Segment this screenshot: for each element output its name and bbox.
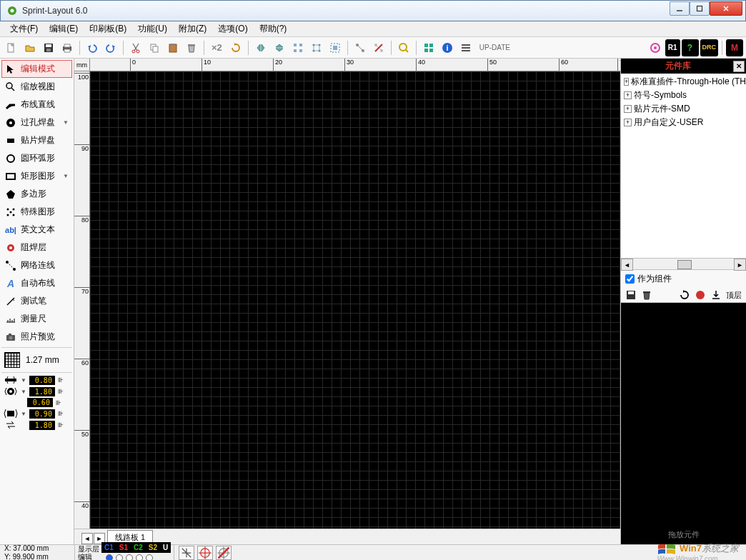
tool-track[interactable]: 布线直线	[1, 96, 72, 114]
mirror-v-button[interactable]	[271, 39, 288, 56]
connections-button[interactable]	[352, 39, 369, 56]
macro-button[interactable]: M	[726, 39, 743, 56]
minimize-button[interactable]	[670, 1, 690, 16]
tool-special[interactable]: 特殊图形	[1, 203, 72, 221]
tool-circle[interactable]: 圆环弧形	[1, 149, 72, 167]
board-list-button[interactable]	[457, 39, 474, 56]
scroll-left[interactable]: ◄	[621, 259, 633, 271]
cut-button[interactable]	[127, 39, 144, 56]
zoom-full-button[interactable]	[395, 39, 412, 56]
copy-button[interactable]	[146, 39, 163, 56]
ground-button[interactable]	[179, 546, 194, 560]
tab-prev[interactable]: ◄	[81, 533, 93, 544]
download-icon[interactable]	[710, 289, 722, 301]
tool-photo[interactable]: 照片预览	[1, 328, 72, 346]
svg-rect-33	[424, 44, 428, 47]
pcb-canvas[interactable]	[90, 71, 620, 529]
update-button[interactable]: UP-DATE	[476, 39, 514, 56]
menu-help[interactable]: 帮助(?)	[254, 21, 293, 36]
delete-macro-icon[interactable]	[641, 289, 652, 301]
tool-rect[interactable]: 矩形图形▼	[1, 167, 72, 185]
scroll-right[interactable]: ►	[734, 259, 746, 271]
tree-item[interactable]: +标准直插件-Through-Hole (TH)	[622, 75, 745, 89]
svg-rect-66	[628, 291, 634, 294]
svg-point-12	[136, 50, 139, 53]
save-button[interactable]	[40, 39, 57, 56]
tool-pad[interactable]: 过孔焊盘▼	[1, 114, 72, 131]
param-pad-outer[interactable]: ▼ 1.80 ⊪	[1, 386, 72, 397]
redo-button[interactable]	[102, 39, 119, 56]
component-toolbar: 顶层	[621, 288, 746, 303]
panel-close-button[interactable]: ✕	[733, 61, 745, 72]
scroll-thumb[interactable]	[677, 260, 692, 269]
no-origin-button[interactable]	[216, 546, 232, 560]
close-button[interactable]	[710, 1, 742, 16]
print-button[interactable]	[59, 39, 76, 56]
param-smd-w[interactable]: ▼ 0.90 ⊪	[1, 408, 72, 419]
group-button[interactable]	[327, 39, 344, 56]
maximize-button[interactable]	[690, 1, 710, 16]
tool-edit-mode[interactable]: 编辑模式	[1, 60, 72, 78]
remove-connections-button[interactable]	[370, 39, 387, 56]
expand-icon[interactable]: +	[624, 91, 632, 99]
statusbar: X: 37.000 mm Y: 99.900 mm 显示层 编辑 C1 S1 C…	[0, 544, 746, 560]
tree-item[interactable]: +贴片元件-SMD	[622, 102, 745, 116]
record-icon[interactable]	[695, 289, 706, 301]
align-button[interactable]	[289, 39, 307, 56]
help-badge[interactable]: ?	[682, 39, 699, 56]
save-macro-icon[interactable]	[625, 289, 637, 301]
tool-mask[interactable]: 阻焊层	[1, 239, 72, 256]
tool-polygon[interactable]: 多边形	[1, 185, 72, 203]
tool-smd[interactable]: 贴片焊盘	[1, 131, 72, 149]
tree-item[interactable]: +用户自定义-USER	[622, 116, 745, 129]
as-component-checkbox[interactable]	[625, 274, 635, 284]
component-tree[interactable]: +标准直插件-Through-Hole (TH) +符号-Symbols +贴片…	[621, 74, 746, 258]
param-track-width[interactable]: ▼ 0.80 ⊪	[1, 374, 72, 386]
tool-net[interactable]: 网络连线	[1, 256, 72, 274]
ruler-horizontal: 0 10 20 30 40 50 60 70	[90, 59, 620, 71]
param-smd-h[interactable]: ▼ 1.80 ⊪	[1, 419, 72, 431]
expand-icon[interactable]: +	[624, 78, 629, 86]
delete-button[interactable]	[183, 39, 200, 56]
menu-extra[interactable]: 附加(Z)	[173, 21, 212, 36]
component-preview[interactable]: 拖放元件	[621, 303, 746, 544]
snap-button[interactable]	[308, 39, 325, 56]
layer-label[interactable]: 顶层	[726, 290, 742, 301]
menu-function[interactable]: 功能(U)	[132, 21, 173, 36]
layer-radios[interactable]	[101, 553, 171, 560]
param-pad-inner[interactable]: ▼ 0.60 ⊪	[1, 397, 72, 408]
rotate-button[interactable]	[227, 39, 244, 56]
new-button[interactable]	[3, 39, 20, 56]
menu-board[interactable]: 印刷板(B)	[84, 21, 132, 36]
r1-badge[interactable]: R1	[665, 39, 680, 56]
menu-edit[interactable]: 编辑(E)	[44, 21, 84, 36]
tool-text[interactable]: ab|英文文本	[1, 221, 72, 239]
as-component-option[interactable]: 作为组件	[621, 270, 746, 288]
grid-setting[interactable]: 1.27 mm	[1, 349, 72, 371]
tool-measure[interactable]: 测量尺	[1, 310, 72, 328]
tool-test[interactable]: 测试笔	[1, 292, 72, 310]
expand-icon[interactable]: +	[624, 119, 632, 126]
info-button[interactable]: i	[439, 39, 456, 56]
tool-autoroute[interactable]: A自动布线	[1, 274, 72, 292]
paste-button[interactable]	[164, 39, 181, 56]
undo-button[interactable]	[84, 39, 101, 56]
drc-badge[interactable]: DRC	[700, 39, 719, 56]
svg-rect-18	[294, 44, 297, 46]
layer-chips[interactable]: C1 S1 C2 S2 U	[101, 542, 171, 553]
refresh-icon[interactable]	[679, 289, 690, 301]
menu-options[interactable]: 选项(O)	[212, 21, 253, 36]
expand-icon[interactable]: +	[624, 105, 632, 113]
duplicate-button[interactable]: ×2	[208, 39, 226, 56]
origin-button[interactable]	[197, 546, 213, 560]
tool-zoom[interactable]: 缩放视图	[1, 78, 72, 96]
tree-item[interactable]: +符号-Symbols	[622, 89, 745, 102]
menu-file[interactable]: 文件(F)	[4, 21, 44, 36]
open-button[interactable]	[21, 39, 39, 56]
repaint-button[interactable]	[420, 39, 437, 56]
target-button[interactable]	[647, 39, 664, 56]
svg-rect-27	[333, 46, 337, 50]
tree-scrollbar[interactable]: ◄ ►	[621, 258, 746, 270]
svg-rect-21	[299, 49, 302, 52]
mirror-h-button[interactable]	[252, 39, 269, 56]
